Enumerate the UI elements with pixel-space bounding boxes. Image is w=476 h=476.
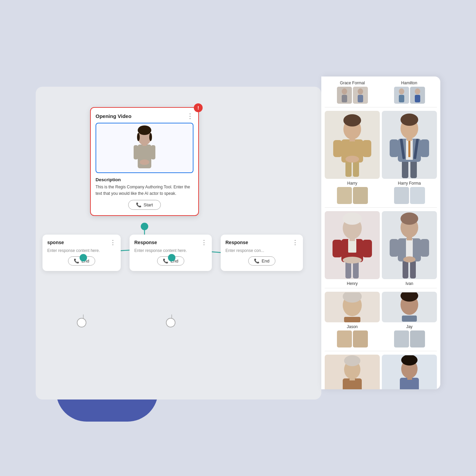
svg-point-13 [342,88,347,95]
svg-rect-31 [410,160,417,178]
description-text: This is the Regis Company Authoring Tool… [96,184,193,197]
bottom-avatar-1[interactable] [325,355,380,389]
response3-content: Enter response con... [225,248,264,253]
svg-rect-60 [420,239,429,257]
svg-point-58 [401,213,418,225]
jason-name: Jason [325,324,380,329]
error-badge: ! [194,103,203,112]
svg-rect-16 [358,95,363,102]
svg-rect-20 [415,95,420,102]
jason-thumb-1[interactable] [337,330,352,347]
hamilton-name: Hamilton [381,81,437,85]
svg-rect-67 [402,316,417,322]
empty-node-2 [166,318,175,327]
ivan-figure [386,213,433,279]
phone-end-icon-3: 📞 [254,258,259,264]
response1-content: Enter response content here. [47,248,100,253]
svg-point-19 [415,88,420,95]
jay-small-card[interactable] [382,292,437,322]
grace-avatar-small-2[interactable] [353,87,368,104]
svg-rect-18 [399,95,404,102]
end-label-3: End [261,258,269,264]
response-card-3: Response ⋮ Enter response con... 📞 End [221,235,303,271]
jason-head-figure [332,292,373,322]
response2-menu[interactable]: ⋮ [201,239,207,246]
grace-section: Grace Formal Hamilton [321,76,440,107]
harry-thumb-2[interactable] [353,187,368,204]
response-card-1: sponse ⋮ Enter response content here. 📞 … [42,235,121,271]
bottom-avatar-2[interactable] [382,355,437,389]
harry-thumb-1[interactable] [337,187,352,204]
jason-small-card[interactable] [325,292,380,322]
opening-card-title: Opening Video [96,113,132,119]
svg-point-39 [401,114,418,126]
ivan-large-avatar[interactable] [382,211,437,279]
bottom-figure-2 [389,355,430,389]
grace-formal-name: Grace Formal [325,81,380,85]
bottom-large-section [321,355,440,389]
svg-point-8 [137,133,140,141]
henry-name: Henry [325,281,380,286]
phone-end-icon-2: 📞 [163,258,168,264]
svg-rect-59 [390,239,398,257]
opening-card-menu[interactable]: ⋮ [187,112,193,120]
response2-title: Response [134,240,157,245]
ivan-name: Ivan [382,281,437,286]
jay-thumb-1[interactable] [394,330,409,347]
description-title: Description [96,177,193,182]
node-connector-left [80,254,87,261]
harry-formal-name: Harry Forma [382,181,437,186]
start-label: Start [143,202,153,207]
grace-avatar-small-1[interactable] [337,87,352,104]
end-button-3[interactable]: 📞 End [248,256,275,266]
flow-canvas: ! Opening Video ⋮ [36,87,321,400]
sidebar-panel: Grace Formal Hamilton [321,76,440,389]
svg-rect-41 [420,139,429,157]
harry-figure [328,112,376,179]
phone-start-icon: 📞 [136,202,141,207]
svg-point-12 [140,159,149,165]
harry-formal-large-avatar[interactable] [382,111,437,179]
harry-name: Harry [325,181,380,186]
henry-large-avatar[interactable] [325,211,380,279]
empty-node-1 [77,318,86,327]
svg-rect-10 [134,145,138,159]
svg-point-15 [358,88,363,95]
bottom-figure-1 [332,355,373,389]
svg-point-7 [138,125,151,135]
harry-formal-thumb-2[interactable] [410,187,425,204]
response-card-2: Response ⋮ Enter response content here. … [130,235,212,271]
response2-content: Enter response content here. [134,248,187,253]
jay-thumb-2[interactable] [410,330,425,347]
jay-name: Jay [382,324,437,329]
henry-ivan-section: Henry Ivan [321,211,440,288]
jay-head-figure [389,292,430,322]
video-preview [96,123,193,173]
henry-figure [328,213,376,279]
harry-section: Harry Harry Forma [321,111,440,208]
svg-rect-50 [362,240,372,257]
node-connector-opening-bottom [141,223,148,230]
svg-point-71 [344,355,360,366]
harry-formal-thumb-1[interactable] [394,187,409,204]
response3-menu[interactable]: ⋮ [292,239,298,246]
harry-formal-figure [386,112,433,179]
phone-end-icon-1: 📞 [74,258,79,264]
svg-point-61 [403,256,415,262]
response3-title: Response [225,240,248,245]
start-button[interactable]: 📞 Start [128,200,160,210]
svg-rect-40 [390,139,398,157]
hamilton-avatar-small-2[interactable] [410,87,425,104]
svg-rect-14 [342,95,347,102]
actor-avatar [131,124,158,172]
opening-video-card: ! Opening Video ⋮ [90,107,199,216]
response1-menu[interactable]: ⋮ [110,239,116,246]
hamilton-avatar-small-1[interactable] [394,87,409,104]
harry-large-avatar[interactable] [325,111,380,179]
response1-title: sponse [47,240,64,245]
svg-rect-55 [406,239,413,259]
svg-point-29 [345,156,359,163]
jason-thumb-2[interactable] [353,330,368,347]
svg-point-48 [343,213,362,225]
svg-rect-11 [151,145,155,159]
